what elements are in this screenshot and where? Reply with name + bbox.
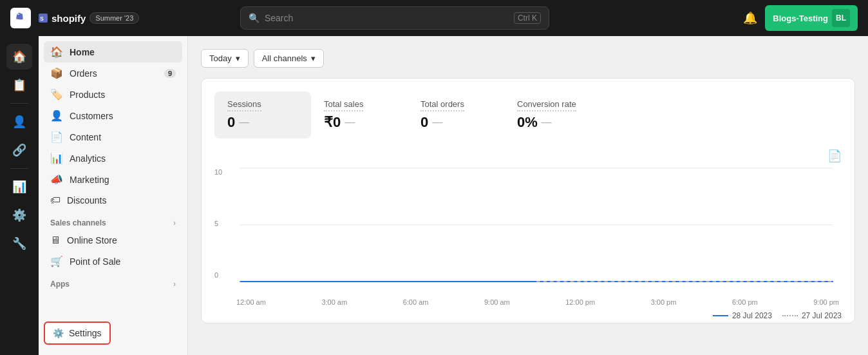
sidebar-customers-label: Customers — [70, 111, 113, 121]
stat-sessions[interactable]: Sessions 0 — — [214, 91, 311, 139]
sessions-dash: — — [239, 117, 249, 128]
sidebar-item-content[interactable]: 📄 Content — [44, 126, 182, 148]
conversion-value: 0% — [517, 114, 538, 131]
chart-xaxis: 12:00 am 3:00 am 6:00 am 9:00 am 12:00 p… — [234, 298, 842, 306]
chart-area: 📄 10 5 0 12:00 am 3:00 am 6:00 am 9:00 a… — [214, 149, 842, 310]
legend-today: 28 Jul 2023 — [713, 311, 772, 320]
sidebar-products-label: Products — [70, 90, 105, 100]
legend-yesterday-line — [782, 315, 798, 316]
search-input[interactable] — [265, 13, 509, 23]
keyboard-shortcut: Ctrl K — [514, 12, 541, 24]
filter-bar: Today ▾ All channels ▾ — [201, 49, 855, 68]
sidebar-pos-label: Point of Sale — [70, 256, 120, 267]
channel-filter-button[interactable]: All channels ▾ — [254, 49, 324, 68]
pos-icon: 🛒 — [50, 255, 63, 267]
sidebar-item-point-of-sale[interactable]: 🛒 Point of Sale — [44, 251, 182, 272]
settings-gear-icon: ⚙️ — [53, 328, 64, 338]
stats-row: Sessions 0 — Total sales ₹0 — Total orde — [214, 91, 842, 139]
total-orders-label: Total orders — [420, 99, 464, 111]
total-orders-dash: — — [432, 117, 442, 128]
brand-name: S shopify — [39, 13, 86, 24]
search-bar[interactable]: 🔍 Ctrl K — [240, 6, 549, 30]
stat-total-sales[interactable]: Total sales ₹0 — — [311, 91, 408, 139]
sidebar-item-orders[interactable]: 📦 Orders 9 — [44, 62, 182, 84]
rail-customers-icon[interactable]: 👤 — [6, 109, 32, 135]
rail-orders-icon[interactable]: 📋 — [6, 72, 32, 98]
orders-icon: 📦 — [50, 67, 63, 79]
sidebar-item-marketing[interactable]: 📣 Marketing — [44, 169, 182, 190]
svg-text:S: S — [40, 16, 44, 22]
conversion-dash: — — [542, 117, 552, 128]
sidebar-item-analytics[interactable]: 📊 Analytics — [44, 148, 182, 169]
sidebar-item-discounts[interactable]: 🏷 Discounts — [44, 190, 182, 211]
xaxis-label-2: 6:00 am — [403, 298, 429, 306]
export-icon[interactable]: 📄 — [827, 149, 842, 163]
customers-icon: 👤 — [50, 110, 63, 122]
brand-area: S shopify Summer '23 — [39, 12, 139, 24]
apps-section: Apps › — [44, 272, 182, 291]
chart-legend: 28 Jul 2023 27 Jul 2023 — [214, 311, 842, 320]
total-sales-dash: — — [344, 117, 355, 128]
sidebar-online-store-label: Online Store — [67, 235, 117, 245]
conversion-label: Conversion rate — [517, 99, 576, 111]
legend-today-label: 28 Jul 2023 — [732, 311, 772, 320]
rail-marketing-icon[interactable]: 🔗 — [6, 137, 32, 163]
rail-settings-icon[interactable]: 🔧 — [6, 231, 32, 256]
shopify-logo-icon — [10, 8, 31, 28]
sales-channels-chevron[interactable]: › — [173, 218, 176, 227]
avatar: BL — [832, 9, 850, 27]
products-icon: 🏷️ — [50, 88, 63, 101]
channel-filter-chevron: ▾ — [311, 53, 316, 63]
legend-today-line — [713, 315, 728, 316]
orders-badge: 9 — [164, 69, 176, 78]
xaxis-label-5: 3:00 pm — [651, 298, 677, 306]
xaxis-label-3: 9:00 am — [484, 298, 510, 306]
xaxis-label-1: 3:00 am — [321, 298, 347, 306]
xaxis-label-7: 9:00 pm — [813, 298, 839, 306]
sidebar-item-products[interactable]: 🏷️ Products — [44, 84, 182, 105]
legend-yesterday: 27 Jul 2023 — [782, 311, 842, 320]
marketing-icon: 📣 — [50, 173, 63, 186]
total-sales-value: ₹0 — [324, 114, 341, 131]
sidebar-item-customers[interactable]: 👤 Customers — [44, 105, 182, 126]
search-icon: 🔍 — [249, 13, 259, 23]
content-icon: 📄 — [50, 131, 63, 143]
rail-home-icon[interactable]: 🏠 — [6, 44, 32, 70]
y-label-0: 0 — [214, 271, 218, 279]
stat-conversion[interactable]: Conversion rate 0% — — [504, 91, 601, 139]
analytics-icon: 📊 — [50, 152, 63, 164]
date-filter-button[interactable]: Today ▾ — [201, 49, 249, 68]
sidebar-item-online-store[interactable]: 🖥 Online Store — [44, 230, 182, 251]
sidebar-marketing-label: Marketing — [70, 175, 109, 185]
sidebar-orders-label: Orders — [70, 68, 97, 79]
sessions-value: 0 — [227, 114, 235, 131]
account-button[interactable]: Blogs-Testing BL — [765, 5, 858, 31]
channel-filter-label: All channels — [262, 53, 307, 63]
total-orders-value: 0 — [420, 114, 428, 131]
home-icon: 🏠 — [50, 46, 63, 58]
settings-label: Settings — [69, 328, 102, 338]
rail-analytics-icon[interactable]: 📊 — [6, 174, 32, 200]
settings-button[interactable]: ⚙️ Settings — [44, 321, 111, 345]
sidebar-discounts-label: Discounts — [67, 195, 106, 206]
online-store-icon: 🖥 — [50, 235, 61, 246]
chart-svg — [214, 154, 842, 296]
rail-separator-1 — [10, 103, 28, 104]
main-content: Today ▾ All channels ▾ Sessions 0 — Tota… — [188, 36, 868, 355]
sidebar-content-label: Content — [70, 132, 101, 142]
discounts-icon: 🏷 — [50, 195, 61, 206]
y-label-5: 5 — [214, 220, 218, 227]
notifications-icon[interactable]: 🔔 — [743, 11, 757, 25]
sessions-label: Sessions — [227, 99, 261, 111]
xaxis-label-4: 12:00 pm — [565, 298, 595, 306]
rail-apps-icon[interactable]: ⚙️ — [6, 202, 32, 228]
topbar-right: 🔔 Blogs-Testing BL — [743, 5, 858, 31]
xaxis-label-6: 6:00 pm — [732, 298, 758, 306]
y-label-10: 10 — [214, 168, 222, 176]
date-filter-chevron: ▾ — [236, 53, 240, 63]
apps-chevron[interactable]: › — [173, 280, 176, 289]
stat-total-orders[interactable]: Total orders 0 — — [408, 91, 504, 139]
total-sales-label: Total sales — [324, 99, 363, 111]
sidebar-item-home[interactable]: 🏠 Home — [44, 41, 182, 62]
sales-channels-section: Sales channels › — [44, 211, 182, 230]
